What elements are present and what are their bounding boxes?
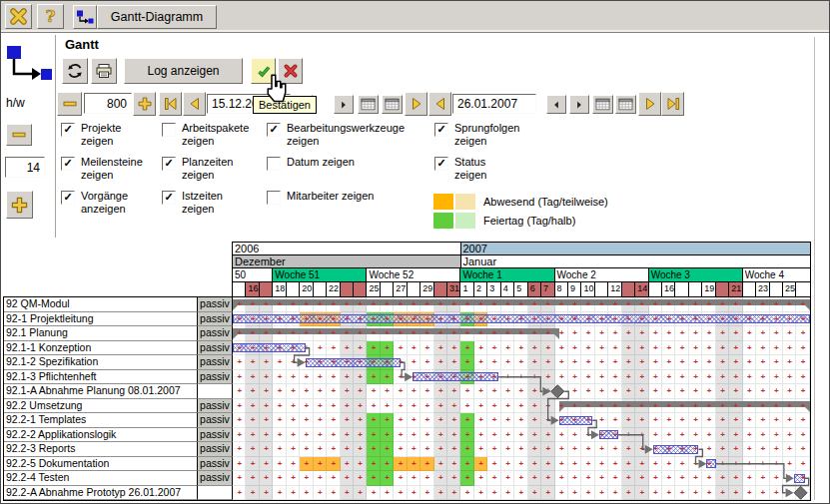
start-date-next-button[interactable] (405, 92, 427, 116)
checkbox[interactable] (267, 157, 281, 171)
task-label[interactable]: 92.2-3 Reports (4, 442, 198, 457)
task-bar[interactable] (653, 445, 699, 454)
option-sprungfolgenzeigen[interactable]: ✓Sprungfolgenzeigen (434, 122, 626, 156)
start-date-step-forward-button[interactable] (334, 95, 354, 114)
week-cell: Woche 51 (273, 268, 367, 282)
grid-cell (341, 442, 354, 457)
task-label[interactable]: 92-1 Projektleitung (4, 312, 198, 327)
checkbox[interactable]: ✓ (162, 157, 176, 171)
task-bar[interactable] (794, 474, 805, 483)
grid-cell (487, 428, 500, 443)
end-date-calendar-button-2[interactable] (615, 95, 636, 114)
task-bar[interactable] (599, 430, 618, 439)
checkbox[interactable]: ✓ (162, 191, 176, 205)
option-projektezeigen[interactable]: ✓Projektezeigen (61, 122, 162, 156)
task-bar[interactable] (413, 372, 498, 381)
end-date-input[interactable] (452, 94, 536, 114)
close-button[interactable] (5, 4, 32, 29)
option-label: Datum zeigen (287, 156, 355, 169)
grid-cell (675, 413, 688, 428)
task-label[interactable]: 92.2-4 Testen (4, 471, 198, 486)
option-mitarbeiter-zeigen[interactable]: Mitarbeiter zeigen (267, 190, 434, 224)
grid-cell (341, 370, 354, 385)
task-bar[interactable] (706, 459, 715, 468)
checkbox[interactable] (162, 123, 176, 137)
task-label[interactable]: 92.1-A Abnahme Planung 08.01.2007 (4, 384, 198, 399)
task-label[interactable]: 92.2 Umsetzung (4, 399, 198, 414)
grid-cell (662, 457, 675, 472)
refresh-button[interactable] (62, 58, 88, 84)
week-cell: 50 (233, 268, 273, 282)
option-bearbeitungswerkzeugezeigen[interactable]: ✓Bearbeitungswerkzeugezeigen (267, 122, 434, 156)
grid-cell (408, 384, 420, 399)
grid-cell (260, 486, 273, 501)
grid-cell (649, 326, 662, 341)
end-date-calendar-button-1[interactable] (592, 95, 613, 114)
grid-cell (501, 457, 514, 472)
summary-bar[interactable] (233, 299, 810, 305)
checkbox[interactable]: ✓ (61, 191, 75, 205)
start-date-first-button[interactable] (159, 92, 182, 116)
task-label[interactable]: 92.2-5 Dokumentation (4, 457, 198, 472)
checkbox[interactable]: ✓ (434, 157, 448, 171)
end-date-next-button[interactable] (638, 92, 661, 116)
task-label[interactable]: 92.1-2 Spezifikation (4, 355, 198, 370)
grid-cell (743, 486, 756, 501)
gantt-tab-icon-button[interactable] (73, 5, 97, 29)
grid-cell (341, 486, 354, 501)
option-vorg-ngeanzeigen[interactable]: ✓Vorgängeanzeigen (61, 190, 162, 224)
tab-gantt-diagramm[interactable]: Gantt-Diagramm (97, 5, 217, 29)
option-meilensteinezeigen[interactable]: ✓Meilensteinezeigen (61, 156, 162, 190)
task-label[interactable]: 92.2-2 Applikationslogik (4, 428, 198, 443)
grid-cell (420, 384, 433, 399)
grid-cell (408, 341, 420, 356)
task-label[interactable]: 92.1-1 Konzeption (4, 341, 198, 356)
help-button[interactable]: ? (37, 4, 64, 29)
row-count-input[interactable] (5, 157, 45, 178)
panel-divider (55, 35, 56, 238)
task-label[interactable]: 92 QM-Modul (4, 297, 198, 312)
option-datum-zeigen[interactable]: Datum zeigen (267, 156, 434, 190)
summary-bar[interactable] (559, 401, 810, 407)
option-planzeitenzeigen[interactable]: ✓Planzeitenzeigen (162, 156, 267, 190)
end-date-prev-button[interactable] (428, 92, 451, 116)
option-statuszeigen[interactable]: ✓Statuszeigen (434, 156, 626, 190)
row-height-decrease-button[interactable] (6, 124, 32, 146)
legend-label: Abwesend (Tag/teilweise) (483, 196, 608, 208)
checkbox[interactable] (267, 191, 281, 205)
task-label[interactable]: 92.2-A Abnahme Prototyp 26.01.2007 (4, 486, 198, 501)
task-label[interactable]: 92.1 Planung (4, 326, 198, 341)
checkbox[interactable]: ✓ (267, 123, 281, 137)
log-button[interactable]: Log anzeigen (124, 58, 243, 84)
task-bar[interactable] (233, 343, 306, 352)
task-bar[interactable] (306, 358, 401, 367)
width-input[interactable] (84, 93, 132, 114)
grid-cell (354, 457, 367, 472)
start-date-prev-button[interactable] (183, 92, 206, 116)
checkbox[interactable]: ✓ (61, 157, 75, 171)
task-bar[interactable] (233, 314, 810, 323)
option-istzeitenzeigen[interactable]: ✓Istzeitenzeigen (162, 190, 267, 224)
task-label[interactable]: 92.2-1 Templates (4, 413, 198, 428)
option-arbeitspaketezeigen[interactable]: Arbeitspaketezeigen (162, 122, 267, 156)
checkbox[interactable]: ✓ (434, 123, 448, 137)
task-label[interactable]: 92.1-3 Pflichtenheft (4, 370, 198, 385)
end-date-last-button[interactable] (661, 92, 684, 116)
grid-cell (381, 341, 394, 356)
print-button[interactable] (91, 58, 117, 84)
grid-cell (635, 486, 648, 501)
end-date-step-forward-button[interactable] (569, 95, 589, 114)
width-increase-button[interactable] (133, 92, 156, 116)
start-date-calendar-button-2[interactable] (382, 95, 403, 114)
width-decrease-button[interactable] (57, 92, 82, 116)
task-bar[interactable] (559, 416, 593, 425)
end-date-step-back-button[interactable] (546, 95, 566, 114)
row-height-increase-button[interactable] (6, 191, 33, 219)
grid-cell (528, 341, 541, 356)
start-date-calendar-button-1[interactable] (358, 95, 379, 114)
grid-cell (622, 471, 635, 486)
summary-bar[interactable] (233, 328, 559, 334)
day-cell: 4 (501, 282, 514, 296)
grid-cell (528, 355, 541, 370)
checkbox[interactable]: ✓ (61, 123, 75, 137)
